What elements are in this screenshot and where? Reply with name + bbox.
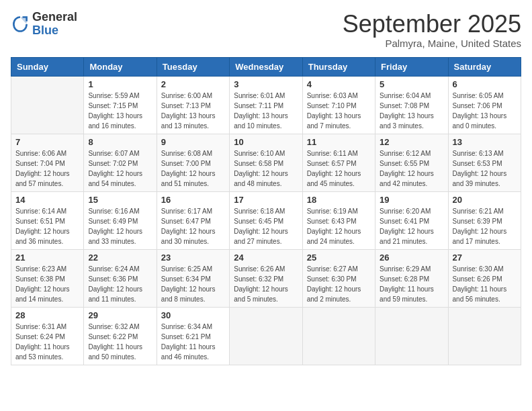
day-info: Sunrise: 6:05 AMSunset: 7:06 PMDaylight:…: [453, 91, 517, 131]
day-number: 20: [453, 195, 517, 205]
day-info: Sunrise: 6:18 AMSunset: 6:45 PMDaylight:…: [234, 206, 298, 246]
weekday-header-monday: Monday: [84, 57, 157, 76]
day-info: Sunrise: 6:07 AMSunset: 7:02 PMDaylight:…: [88, 148, 152, 189]
day-number: 15: [88, 195, 152, 205]
day-info: Sunrise: 6:20 AMSunset: 6:41 PMDaylight:…: [380, 206, 443, 246]
logo-text: General Blue: [32, 11, 77, 38]
day-number: 10: [234, 137, 298, 147]
day-info: Sunrise: 6:10 AMSunset: 6:58 PMDaylight:…: [234, 148, 298, 189]
calendar-cell: 21Sunrise: 6:23 AMSunset: 6:38 PMDayligh…: [11, 249, 84, 307]
day-number: 24: [234, 253, 298, 263]
calendar-cell: 16Sunrise: 6:17 AMSunset: 6:47 PMDayligh…: [157, 191, 229, 249]
calendar-cell: 27Sunrise: 6:30 AMSunset: 6:26 PMDayligh…: [448, 249, 521, 307]
day-number: 26: [380, 253, 443, 263]
weekday-header-friday: Friday: [375, 57, 448, 76]
day-info: Sunrise: 6:13 AMSunset: 6:53 PMDaylight:…: [453, 148, 517, 189]
header-area: General Blue September 2025 Palmyra, Mai…: [11, 11, 521, 49]
weekday-header-sunday: Sunday: [11, 57, 84, 76]
day-info: Sunrise: 6:34 AMSunset: 6:21 PMDaylight:…: [161, 322, 225, 362]
day-number: 9: [161, 137, 225, 147]
day-info: Sunrise: 6:17 AMSunset: 6:47 PMDaylight:…: [161, 206, 225, 246]
weekday-header-tuesday: Tuesday: [157, 57, 229, 76]
logo-blue: Blue: [32, 24, 58, 37]
day-info: Sunrise: 6:14 AMSunset: 6:51 PMDaylight:…: [15, 206, 79, 246]
calendar-cell: 23Sunrise: 6:25 AMSunset: 6:34 PMDayligh…: [157, 249, 229, 307]
calendar-cell: 3Sunrise: 6:01 AMSunset: 7:11 PMDaylight…: [230, 76, 302, 134]
day-number: 3: [234, 79, 298, 89]
day-number: 30: [161, 310, 225, 320]
day-number: 29: [88, 310, 152, 320]
calendar-week-2: 7Sunrise: 6:06 AMSunset: 7:04 PMDaylight…: [11, 134, 521, 191]
calendar-cell: 24Sunrise: 6:26 AMSunset: 6:32 PMDayligh…: [230, 249, 302, 307]
day-number: 1: [88, 79, 152, 89]
calendar-cell: 13Sunrise: 6:13 AMSunset: 6:53 PMDayligh…: [448, 134, 521, 191]
day-number: 28: [15, 310, 79, 320]
logo-general: General: [32, 10, 77, 24]
day-number: 25: [307, 253, 371, 263]
day-info: Sunrise: 6:30 AMSunset: 6:26 PMDaylight:…: [453, 264, 517, 304]
day-info: Sunrise: 6:11 AMSunset: 6:57 PMDaylight:…: [307, 148, 371, 189]
day-info: Sunrise: 6:03 AMSunset: 7:10 PMDaylight:…: [307, 91, 371, 131]
calendar-cell: 1Sunrise: 5:59 AMSunset: 7:15 PMDaylight…: [84, 76, 157, 134]
day-info: Sunrise: 6:04 AMSunset: 7:08 PMDaylight:…: [380, 91, 443, 131]
day-number: 23: [161, 253, 225, 263]
title-area: September 2025 Palmyra, Maine, United St…: [343, 11, 521, 49]
calendar-week-3: 14Sunrise: 6:14 AMSunset: 6:51 PMDayligh…: [11, 191, 521, 249]
day-number: 18: [307, 195, 371, 205]
day-info: Sunrise: 6:12 AMSunset: 6:55 PMDaylight:…: [380, 148, 443, 189]
day-number: 16: [161, 195, 225, 205]
day-number: 22: [88, 253, 152, 263]
day-info: Sunrise: 6:32 AMSunset: 6:22 PMDaylight:…: [88, 322, 152, 362]
calendar-cell: 18Sunrise: 6:19 AMSunset: 6:43 PMDayligh…: [302, 191, 375, 249]
day-info: Sunrise: 5:59 AMSunset: 7:15 PMDaylight:…: [88, 91, 152, 131]
day-info: Sunrise: 6:00 AMSunset: 7:13 PMDaylight:…: [161, 91, 225, 131]
calendar-week-4: 21Sunrise: 6:23 AMSunset: 6:38 PMDayligh…: [11, 249, 521, 307]
day-info: Sunrise: 6:06 AMSunset: 7:04 PMDaylight:…: [15, 148, 79, 189]
calendar-cell: 4Sunrise: 6:03 AMSunset: 7:10 PMDaylight…: [302, 76, 375, 134]
logo: General Blue: [11, 11, 77, 38]
day-info: Sunrise: 6:26 AMSunset: 6:32 PMDaylight:…: [234, 264, 298, 304]
day-number: 19: [380, 195, 443, 205]
day-info: Sunrise: 6:16 AMSunset: 6:49 PMDaylight:…: [88, 206, 152, 246]
calendar-cell: [302, 307, 375, 365]
calendar-cell: 19Sunrise: 6:20 AMSunset: 6:41 PMDayligh…: [375, 191, 448, 249]
day-info: Sunrise: 6:19 AMSunset: 6:43 PMDaylight:…: [307, 206, 371, 246]
calendar-cell: 22Sunrise: 6:24 AMSunset: 6:36 PMDayligh…: [84, 249, 157, 307]
weekday-header-wednesday: Wednesday: [230, 57, 302, 76]
day-number: 6: [453, 79, 517, 89]
calendar-cell: 9Sunrise: 6:08 AMSunset: 7:00 PMDaylight…: [157, 134, 229, 191]
day-info: Sunrise: 6:01 AMSunset: 7:11 PMDaylight:…: [234, 91, 298, 131]
calendar-cell: 15Sunrise: 6:16 AMSunset: 6:49 PMDayligh…: [84, 191, 157, 249]
calendar-cell: 11Sunrise: 6:11 AMSunset: 6:57 PMDayligh…: [302, 134, 375, 191]
calendar-cell: 26Sunrise: 6:29 AMSunset: 6:28 PMDayligh…: [375, 249, 448, 307]
calendar: SundayMondayTuesdayWednesdayThursdayFrid…: [11, 57, 521, 365]
logo-icon: [11, 15, 30, 34]
day-number: 7: [15, 137, 79, 147]
calendar-header-row: SundayMondayTuesdayWednesdayThursdayFrid…: [11, 57, 521, 76]
calendar-cell: 29Sunrise: 6:32 AMSunset: 6:22 PMDayligh…: [84, 307, 157, 365]
calendar-week-5: 28Sunrise: 6:31 AMSunset: 6:24 PMDayligh…: [11, 307, 521, 365]
calendar-cell: 12Sunrise: 6:12 AMSunset: 6:55 PMDayligh…: [375, 134, 448, 191]
day-number: 14: [15, 195, 79, 205]
calendar-cell: [375, 307, 448, 365]
day-number: 13: [453, 137, 517, 147]
calendar-cell: 6Sunrise: 6:05 AMSunset: 7:06 PMDaylight…: [448, 76, 521, 134]
day-info: Sunrise: 6:27 AMSunset: 6:30 PMDaylight:…: [307, 264, 371, 304]
calendar-week-1: 1Sunrise: 5:59 AMSunset: 7:15 PMDaylight…: [11, 76, 521, 134]
weekday-header-saturday: Saturday: [448, 57, 521, 76]
day-info: Sunrise: 6:29 AMSunset: 6:28 PMDaylight:…: [380, 264, 443, 304]
calendar-cell: [448, 307, 521, 365]
month-title: September 2025: [343, 11, 521, 38]
day-info: Sunrise: 6:24 AMSunset: 6:36 PMDaylight:…: [88, 264, 152, 304]
calendar-cell: 30Sunrise: 6:34 AMSunset: 6:21 PMDayligh…: [157, 307, 229, 365]
calendar-cell: 20Sunrise: 6:21 AMSunset: 6:39 PMDayligh…: [448, 191, 521, 249]
day-number: 21: [15, 253, 79, 263]
day-number: 12: [380, 137, 443, 147]
day-number: 27: [453, 253, 517, 263]
day-number: 11: [307, 137, 371, 147]
calendar-cell: 8Sunrise: 6:07 AMSunset: 7:02 PMDaylight…: [84, 134, 157, 191]
calendar-cell: 2Sunrise: 6:00 AMSunset: 7:13 PMDaylight…: [157, 76, 229, 134]
calendar-cell: 17Sunrise: 6:18 AMSunset: 6:45 PMDayligh…: [230, 191, 302, 249]
day-info: Sunrise: 6:31 AMSunset: 6:24 PMDaylight:…: [15, 322, 79, 362]
day-info: Sunrise: 6:21 AMSunset: 6:39 PMDaylight:…: [453, 206, 517, 246]
